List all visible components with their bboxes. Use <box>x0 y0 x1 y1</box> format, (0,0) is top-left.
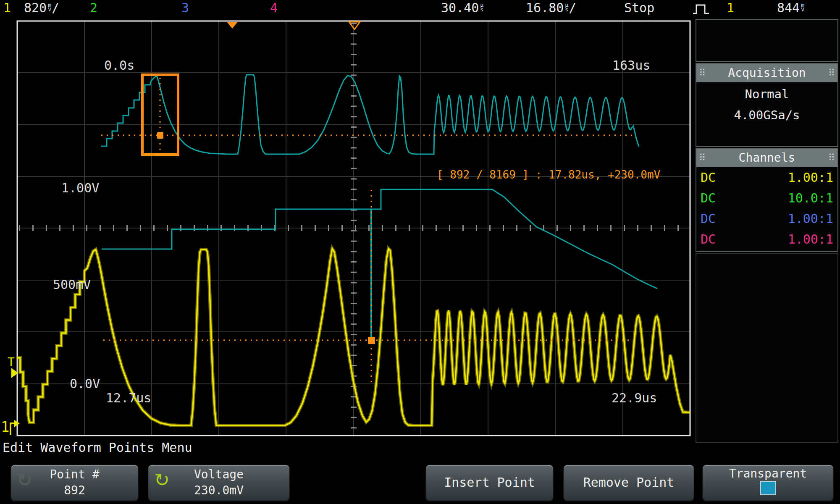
label-time-end: 163us <box>612 58 650 73</box>
label-volt-mid: 500mV <box>53 277 91 292</box>
point-cursor-readout: [ 892 / 8169 ] : 17.82us, +230.0mV <box>437 168 660 181</box>
grip-icon[interactable]: ⠿ <box>828 149 835 167</box>
rotate-knob-icon: ↻ <box>154 471 170 489</box>
transparent-checkbox[interactable] <box>760 481 776 495</box>
channel1-row: DC 1.00:1 <box>696 167 837 188</box>
trigger-level-marker-icon[interactable]: T <box>8 355 18 378</box>
grip-icon[interactable]: ⠿ <box>699 64 706 82</box>
label-zoom-end: 22.9us <box>612 391 657 405</box>
selected-point-marker[interactable] <box>368 337 375 344</box>
label-zoom-start: 12.7us <box>106 391 151 405</box>
ch4-probe: 1.00:1 <box>788 229 833 249</box>
label-volt-top: 1.00V <box>61 181 99 195</box>
grip-icon[interactable]: ⠿ <box>828 64 835 82</box>
channel3-row: DC 1.00:1 <box>696 208 837 229</box>
label-volt-zero: 0.0V <box>70 376 100 391</box>
ch3-coupling: DC <box>701 208 716 229</box>
softkey-label: Remove Point <box>564 465 694 500</box>
softkey-point-number[interactable]: ↻ Point # 892 <box>10 465 139 501</box>
svg-text:T: T <box>8 355 15 369</box>
ch1-probe: 1.00:1 <box>788 167 833 188</box>
ch2-coupling: DC <box>701 188 716 208</box>
channel4-row: DC 1.00:1 <box>696 229 837 249</box>
channels-panel: ⠿ Channels ⠿ DC 1.00:1 DC 10.0:1 DC 1.00… <box>696 148 838 252</box>
sidebar-blank-panel <box>696 19 838 62</box>
acquisition-title: Acquisition <box>728 66 806 80</box>
svg-text:1: 1 <box>1 418 9 435</box>
ch3-probe: 1.00:1 <box>788 208 833 229</box>
menu-title: Edit Waveform Points Menu <box>3 440 192 455</box>
acquisition-header[interactable]: ⠿ Acquisition ⠿ <box>696 64 837 82</box>
ch1-coupling: DC <box>701 167 716 188</box>
softkey-label: Transparent <box>703 467 833 481</box>
acquisition-panel: ⠿ Acquisition ⠿ Normal 4.00GSa/s <box>696 63 838 147</box>
sidebar-empty-panel <box>696 253 838 443</box>
channels-title: Channels <box>739 151 795 165</box>
channels-header[interactable]: ⠿ Channels ⠿ <box>696 149 837 167</box>
softkey-insert-point[interactable]: Insert Point <box>425 465 554 501</box>
overview-point-marker[interactable] <box>157 132 163 139</box>
label-time-start: 0.0s <box>104 58 134 73</box>
softkey-voltage[interactable]: ↻ Voltage 230.0mV <box>148 465 290 501</box>
grip-icon[interactable]: ⠿ <box>699 149 706 167</box>
oscilloscope-screen: 1 820mV/ 2 3 4 30.40µs 16.80µs/ Stop 1 8… <box>0 0 840 504</box>
softkey-transparent[interactable]: Transparent <box>702 465 834 501</box>
softkey-remove-point[interactable]: Remove Point <box>563 465 694 501</box>
acquisition-mode: Normal <box>696 86 837 102</box>
ch4-coupling: DC <box>701 229 716 249</box>
softkey-label: Insert Point <box>426 465 553 500</box>
ch2-probe: 10.0:1 <box>788 188 833 208</box>
channel2-row: DC 10.0:1 <box>696 188 837 208</box>
rotate-knob-icon: ↻ <box>17 471 32 489</box>
sample-rate: 4.00GSa/s <box>696 107 837 123</box>
